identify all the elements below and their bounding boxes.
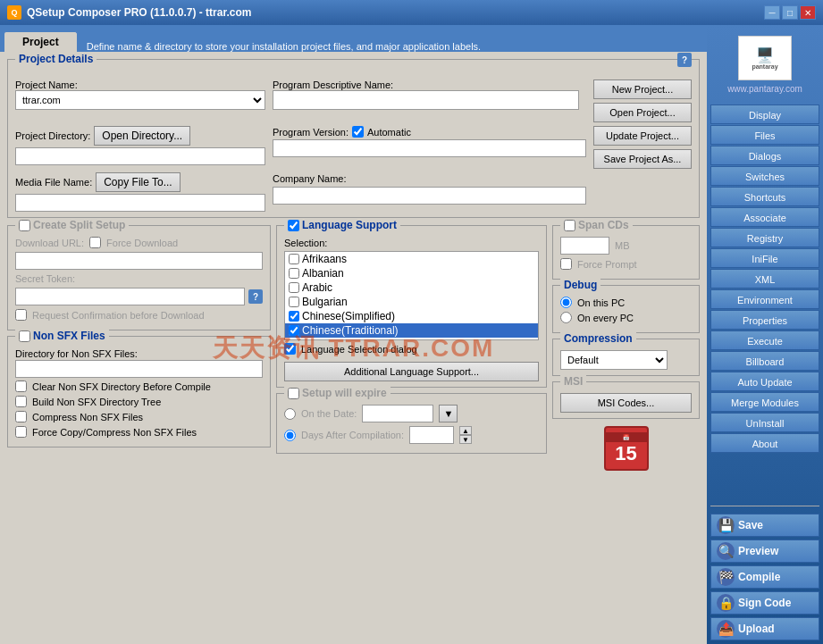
- span-cds-checkbox[interactable]: [564, 220, 575, 231]
- sidebar-item-associate[interactable]: Associate: [710, 207, 819, 227]
- save-project-button[interactable]: Save Project As...: [593, 149, 692, 169]
- project-buttons-2: Update Project... Save Project As...: [593, 126, 692, 169]
- request-confirm-checkbox[interactable]: [15, 309, 27, 321]
- sidebar-item-execute[interactable]: Execute: [710, 330, 819, 350]
- force-copy-label: Force Copy/Compress Non SFX Files: [32, 427, 197, 438]
- copy-file-button[interactable]: Copy File To...: [96, 172, 180, 192]
- sidebar-item-xml[interactable]: XML: [710, 269, 819, 289]
- create-split-checkbox[interactable]: [19, 220, 30, 231]
- upload-icon: 📤: [717, 620, 735, 638]
- project-buttons: New Project... Open Project...: [593, 79, 692, 122]
- bottom-sections: 天天资讯 TTRAR.COM Create Split Setup Downlo…: [7, 225, 700, 471]
- lang-selection-dialog-checkbox[interactable]: [284, 343, 296, 355]
- new-project-button[interactable]: New Project...: [593, 79, 692, 99]
- title-bar: Q QSetup Composer PRO (11.0.0.7) - ttrar…: [0, 0, 823, 25]
- setup-expire-checkbox[interactable]: [288, 388, 299, 399]
- sidebar-item-autoupdate[interactable]: Auto Update: [710, 372, 819, 391]
- upload-action[interactable]: 📤 Upload: [710, 617, 819, 640]
- additional-language-button[interactable]: Additional Language Support...: [284, 362, 539, 381]
- close-button[interactable]: ✕: [800, 5, 816, 20]
- compile-action[interactable]: 🏁 Compile: [710, 565, 819, 589]
- on-this-pc-radio[interactable]: [560, 297, 572, 308]
- lang-bulgarian[interactable]: Bulgarian: [285, 295, 538, 309]
- project-dir-group: Project Directory: Open Directory... C:\…: [15, 126, 265, 165]
- expiry-date-input[interactable]: 2013/12/ 1: [362, 405, 433, 422]
- days-after-radio[interactable]: [284, 430, 296, 441]
- sidebar-item-mergemodules[interactable]: Merge Modules: [710, 392, 819, 412]
- media-file-input[interactable]: [15, 194, 265, 212]
- sidebar-item-registry[interactable]: Registry: [710, 228, 819, 247]
- secret-token-help[interactable]: ?: [248, 289, 263, 304]
- sidebar-item-files[interactable]: Files: [710, 125, 819, 145]
- automatic-checkbox[interactable]: [352, 126, 364, 138]
- sidebar-item-dialogs[interactable]: Dialogs: [710, 146, 819, 165]
- compression-section: Compression Default None Fast Normal Max…: [552, 339, 700, 376]
- help-button[interactable]: ?: [677, 53, 692, 67]
- lang-afrikaans[interactable]: Afrikaans: [285, 252, 538, 266]
- sidebar-item-shortcuts[interactable]: Shortcuts: [710, 187, 819, 206]
- program-version-input[interactable]: 11.0.0.7: [273, 139, 586, 157]
- sidebar-item-properties[interactable]: Properties: [710, 310, 819, 330]
- lang-albanian[interactable]: Albanian: [285, 266, 538, 280]
- download-url-input[interactable]: http://: [15, 252, 263, 270]
- update-project-button[interactable]: Update Project...: [593, 126, 692, 146]
- days-up-button[interactable]: ▲: [459, 426, 472, 435]
- secret-token-label: Secret Token:: [15, 273, 75, 284]
- language-list[interactable]: Afrikaans Albanian Arabic Bulgarian Chin…: [284, 251, 539, 340]
- maximize-button[interactable]: □: [782, 5, 798, 20]
- compression-title: Compression: [560, 332, 636, 345]
- preview-icon: 🔍: [717, 542, 735, 560]
- media-file-group: Media File Name: Copy File To...: [15, 172, 265, 212]
- project-dir-input[interactable]: C:\Program Files\Pantaray\QSetup\Project…: [15, 147, 265, 165]
- date-picker-button[interactable]: ▼: [439, 405, 458, 422]
- secret-token-row: Secret Token:: [15, 273, 263, 284]
- language-support-checkbox[interactable]: [288, 220, 299, 231]
- on-every-pc-radio[interactable]: [560, 312, 572, 323]
- company-name-input[interactable]: [273, 187, 586, 205]
- lang-chinese-simplified[interactable]: Chinese(Simplified): [285, 309, 538, 323]
- on-date-radio[interactable]: [284, 408, 296, 420]
- sidebar: 🖥️ pantaray www.pantaray.com Display Fil…: [707, 25, 823, 644]
- days-input[interactable]: 90: [409, 426, 454, 444]
- sidebar-item-uninstall[interactable]: UnInstall: [710, 413, 819, 432]
- tab-project[interactable]: Project: [4, 31, 78, 52]
- request-confirm-label: Request Confirmation before Download: [32, 310, 205, 321]
- on-date-label: On the Date:: [301, 408, 357, 419]
- span-size-input[interactable]: 650: [560, 237, 609, 255]
- lang-croatian[interactable]: Croatian: [285, 338, 538, 340]
- force-download-checkbox[interactable]: [89, 237, 101, 248]
- days-down-button[interactable]: ▼: [459, 435, 472, 444]
- build-checkbox[interactable]: [15, 396, 27, 407]
- force-prompt-checkbox[interactable]: [560, 258, 572, 270]
- minimize-button[interactable]: ─: [764, 5, 780, 20]
- secret-token-input[interactable]: [15, 288, 245, 305]
- force-copy-checkbox[interactable]: [15, 426, 27, 438]
- open-directory-button[interactable]: Open Directory...: [94, 126, 190, 146]
- setup-expire-title: Setup will expire: [284, 387, 391, 399]
- sidebar-item-billboard[interactable]: Billboard: [710, 351, 819, 371]
- compress-checkbox[interactable]: [15, 411, 27, 422]
- open-project-button[interactable]: Open Project...: [593, 103, 692, 122]
- save-action[interactable]: 💾 Save: [710, 514, 819, 537]
- program-desc-input[interactable]: [273, 90, 579, 110]
- sidebar-item-about[interactable]: About: [710, 433, 819, 453]
- project-dir-label: Project Directory:: [15, 130, 90, 141]
- sidebar-item-inifile[interactable]: IniFile: [710, 248, 819, 268]
- lang-chinese-traditional[interactable]: Chinese(Traditional): [285, 323, 538, 338]
- compile-label: Compile: [738, 571, 780, 583]
- lang-arabic[interactable]: Arabic: [285, 280, 538, 295]
- msi-codes-button[interactable]: MSI Codes...: [560, 393, 692, 413]
- preview-action[interactable]: 🔍 Preview: [710, 539, 819, 563]
- tab-description: Define name & directory to store your in…: [78, 41, 707, 52]
- sidebar-item-display[interactable]: Display: [710, 105, 819, 124]
- non-sfx-checkbox[interactable]: [19, 330, 30, 342]
- on-this-pc-label: On this PC: [577, 297, 625, 308]
- clear-checkbox[interactable]: [15, 381, 27, 392]
- sidebar-item-switches[interactable]: Switches: [710, 166, 819, 186]
- non-sfx-dir-input[interactable]: C:\Program Files\Pantaray\QSetup\Project…: [15, 360, 263, 378]
- sidebar-item-environment[interactable]: Environment: [710, 289, 819, 309]
- compression-select[interactable]: Default None Fast Normal Maximum: [560, 350, 668, 370]
- project-name-select[interactable]: ttrar.com: [15, 90, 265, 110]
- sign-code-action[interactable]: 🔒 Sign Code: [710, 591, 819, 615]
- program-desc-group: Program Descriptive Name:: [273, 79, 579, 110]
